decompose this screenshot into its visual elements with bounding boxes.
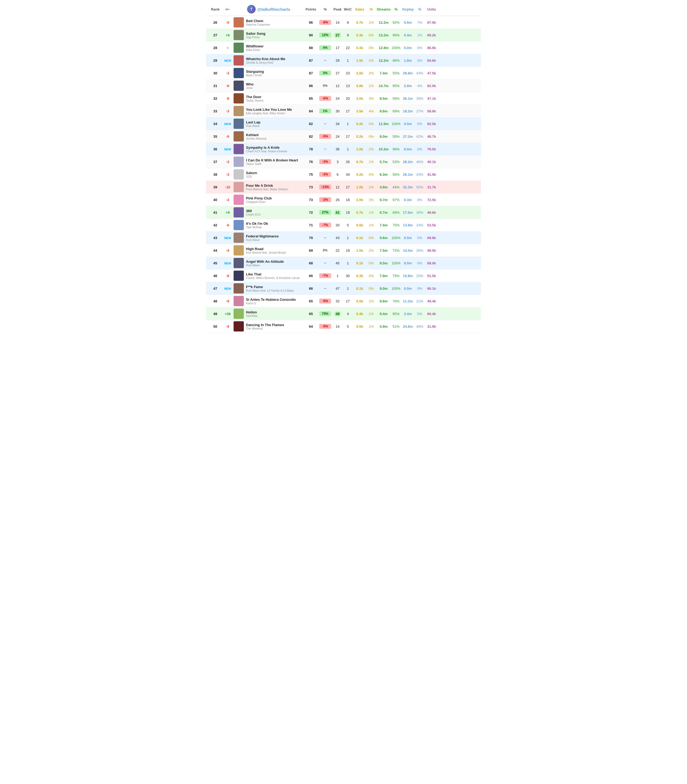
table-row[interactable]: 32 -8 The Door Teddy Swims 85 -6% 24 20 … (206, 92, 481, 105)
song-thumbnail (233, 194, 244, 205)
airplay-pct-value: 55% (415, 185, 424, 189)
song-thumbnail (233, 43, 244, 53)
pct-value: -5% (318, 299, 332, 303)
peak-value: 45 (336, 261, 339, 265)
song-artist: Karol G (246, 301, 296, 305)
table-row[interactable]: 40 -3 Pink Pony Club Chappell Roan 73 -2… (206, 194, 481, 206)
song-info: Hollon GlorRilla (233, 309, 304, 319)
table-row[interactable]: 48 -9 Si Antes Te Hubiera Conocido Karol… (206, 295, 481, 308)
delta-value: NEW (222, 236, 233, 240)
pct-value: -3% (318, 172, 332, 177)
table-row[interactable]: 42 -6 It's Ok I'm Ok Tate McRae 71 -7% 2… (206, 219, 481, 232)
rank-value: 44 (209, 249, 222, 252)
airplay-value: 14.5m (401, 249, 415, 252)
table-row[interactable]: 46 -8 Like That Future, Metro Boomin, & … (206, 270, 481, 282)
table-row[interactable]: 39 -10 Pour Me A Drink Post Malone feat.… (206, 181, 481, 194)
airplay-value: 5.6m (401, 20, 415, 25)
song-title: Who (246, 82, 253, 86)
table-row[interactable]: 34 NEW Last Lap Rod Wave 82 -- 34 1 0.2k… (206, 117, 481, 130)
streams-value: 9.6m (376, 236, 391, 240)
sales-value: 0.5k (353, 299, 367, 303)
woc-value: 1 (343, 122, 353, 126)
song-artist: Billie Eilish (246, 48, 264, 51)
streams-pct-value: 100% (391, 46, 401, 50)
airplay-value: 29.8m (401, 71, 415, 75)
woc-value: 17 (343, 135, 353, 138)
table-row[interactable]: 36 NEW Sympathy Is A Knife Charli XCX fe… (206, 143, 481, 155)
col-header-song: T @talkofthecharts (233, 5, 304, 13)
airplay-pct-value: 0% (415, 46, 424, 50)
woc-value: 13 (343, 84, 353, 88)
peak-value: 30 (336, 109, 339, 113)
rank-value: 35 (209, 135, 222, 138)
rank-value: 29 (209, 58, 222, 63)
song-thumbnail (233, 245, 244, 255)
song-info: You Look Like You Love Me Ella Langley f… (233, 106, 304, 116)
streams-value: 9.5m (376, 261, 391, 265)
table-row[interactable]: 31 -6 Who Jimin 86 0% 12 13 0.8k 1% 14.7… (206, 79, 481, 92)
pct-value: -- (318, 286, 332, 291)
song-artist: GlorRilla (246, 314, 257, 318)
table-row[interactable]: 28 = Wildflower Billie Eilish 88 4% 17 2… (206, 41, 481, 54)
song-thumbnail (233, 309, 244, 319)
units-value: 58.8k (424, 109, 439, 113)
streams-value: 7.5m (376, 249, 391, 252)
rank-value: 47 (209, 287, 222, 290)
pct-value: -5% (318, 134, 332, 139)
table-row[interactable]: 50 -9 Dancing In The Flames The Weeknd 6… (206, 320, 481, 333)
brand-handle[interactable]: @talkofthecharts (257, 7, 290, 12)
streams-value: 4.9m (376, 185, 391, 189)
peak-value: 24 (336, 97, 339, 100)
table-row[interactable]: 35 -9 Kehlani Jordan Adetunji 82 -5% 24 … (206, 130, 481, 143)
table-row[interactable]: 33 -3 You Look Like You Love Me Ella Lan… (206, 105, 481, 117)
col-header-streams: Streams (376, 7, 391, 12)
delta-value: +6 (222, 33, 233, 37)
woc-value: 23 (343, 71, 353, 75)
peak-value: 22 (336, 249, 339, 252)
table-row[interactable]: 30 -3 Stargazing Myles Smith 87 3% 27 23… (206, 67, 481, 79)
table-row[interactable]: 37 -3 I Can Do It With A Broken Heart Ta… (206, 155, 481, 168)
delta-value: -4 (222, 249, 233, 252)
pct-value: -2% (318, 197, 332, 202)
sales-pct-value: 0% (367, 46, 376, 50)
song-title: High Road (246, 247, 286, 251)
sales-value: 1.5k (353, 58, 367, 63)
units-value: 84.6k (424, 58, 439, 63)
table-row[interactable]: 26 -5 Bed Chem Sabrina Carpenter 96 -8% … (206, 16, 481, 29)
streams-value: 6.7m (376, 211, 391, 214)
table-row[interactable]: 44 -4 High Road Koe Wetzel feat. Jessie … (206, 244, 481, 257)
points-value: 68 (304, 261, 318, 265)
points-value: 88 (304, 46, 318, 50)
sales-value: 0.4k (353, 312, 367, 316)
song-text: Angel With An Attitude Rod Wave (246, 260, 284, 267)
table-row[interactable]: 45 NEW Angel With An Attitude Rod Wave 6… (206, 257, 481, 270)
song-artist: Sabrina Carpenter (246, 23, 270, 26)
song-info: Whatchu Kno About Me Glorilla & Sexyy Re… (233, 55, 304, 66)
delta-value: -9 (222, 135, 233, 138)
woc-value: 34 (343, 173, 353, 176)
points-value: 76 (304, 160, 318, 164)
streams-pct-value: 79% (391, 274, 401, 278)
table-row[interactable]: 49 +36 Hollon GlorRilla 65 70% 49 4 0.4k… (206, 308, 481, 320)
airplay-value: 24.8m (401, 324, 415, 329)
table-row[interactable]: 27 +6 Sailor Song Gigi Perez 90 12% 27 9… (206, 29, 481, 41)
table-row[interactable]: 43 NEW Federal Nightmares Rod Wave 70 --… (206, 232, 481, 244)
peak-cell: 45 (332, 261, 343, 265)
table-row[interactable]: 47 NEW F**k Fame Rod Wave feat. Lil Yach… (206, 282, 481, 295)
song-title: Stargazing (246, 69, 264, 74)
streams-pct-value: 78% (391, 299, 401, 303)
table-row[interactable]: 41 +9 360 Charli XCX 72 27% 41 19 0.7k 1… (206, 206, 481, 219)
table-row[interactable]: 29 NEW Whatchu Kno About Me Glorilla & S… (206, 54, 481, 67)
song-thumbnail (233, 220, 244, 230)
sales-value: 0.5k (353, 324, 367, 329)
sales-pct-value: 1% (367, 312, 376, 316)
airplay-pct-value: 30% (415, 211, 424, 214)
song-text: Wildflower Billie Eilish (246, 44, 264, 51)
song-title: Pink Pony Club (246, 196, 271, 200)
peak-value: 47 (336, 287, 339, 290)
song-text: Whatchu Kno About Me Glorilla & Sexyy Re… (246, 57, 285, 64)
sales-value: 3.5k (353, 109, 367, 113)
rank-value: 46 (209, 274, 222, 278)
airplay-value: 11.2m (401, 299, 415, 303)
table-row[interactable]: 38 -3 Saturn SZA 75 -3% 6 34 0.2k 0% 6.3… (206, 168, 481, 181)
